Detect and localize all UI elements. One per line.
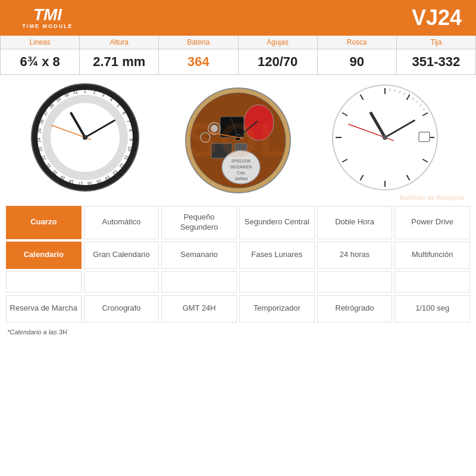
feature-pequeno-segundero: Pequeño Segundero — [161, 206, 237, 239]
svg-text:Cxis: Cxis — [237, 171, 245, 175]
feature-gran-calendario: Gran Calendario — [84, 242, 159, 269]
spec-altura-header: Altura — [80, 36, 158, 49]
spec-agujas-value: 120/70 — [239, 49, 317, 74]
svg-point-51 — [211, 125, 218, 132]
feature-empty-6 — [394, 271, 470, 293]
svg-rect-78 — [419, 132, 430, 142]
feature-cronografo: Cronografo — [84, 295, 159, 322]
svg-text:9: 9 — [129, 139, 133, 141]
spec-lineas: Lineas 6¾ x 8 — [1, 36, 80, 74]
svg-point-41 — [244, 105, 274, 140]
feature-24horas: 24 horas — [317, 242, 393, 269]
feature-power-drive: Power Drive — [394, 206, 470, 239]
svg-text:SEIZAIKEN: SEIZAIKEN — [230, 165, 252, 169]
svg-line-70 — [390, 88, 390, 91]
svg-text:17: 17 — [78, 181, 83, 186]
feature-calendario: Calendario — [6, 242, 82, 269]
feature-empty-2 — [84, 271, 159, 293]
spec-rosca-value: 90 — [318, 49, 396, 74]
svg-text:JAPAN: JAPAN — [234, 177, 248, 181]
logo-area: TMI TIME MODULE — [0, 0, 95, 36]
feature-cuarzo: Cuarzo — [6, 206, 82, 239]
svg-text:16: 16 — [87, 181, 93, 186]
logo-subtitle: TIME MODULE — [23, 23, 73, 29]
logo-tmt: TMI — [23, 7, 73, 23]
spec-altura-value: 2.71 mm — [80, 49, 158, 74]
feature-temporizador: Temporizador — [239, 295, 315, 322]
feature-empty-4 — [239, 271, 315, 293]
model-area: VJ24 — [95, 0, 476, 36]
spec-bateria-value: 364 — [159, 49, 237, 74]
feature-gmt: GMT 24H — [161, 295, 237, 322]
features-row-1: Cuarzo Automático Pequeño Segundero Segu… — [6, 206, 470, 239]
feature-empty-5 — [317, 271, 393, 293]
svg-text:25: 25 — [37, 128, 42, 133]
svg-point-82 — [383, 135, 387, 140]
clock-face-image — [328, 81, 447, 200]
feature-fases-lunares: Fases Lunares — [239, 242, 315, 269]
svg-text:SP621SW: SP621SW — [231, 159, 251, 163]
feature-automatico: Automático — [84, 206, 159, 239]
feature-retrogrado: Retrógrado — [317, 295, 393, 322]
spec-tija: Tija 351-332 — [397, 36, 475, 74]
spec-lineas-value: 6¾ x 8 — [1, 49, 79, 74]
spec-tija-value: 351-332 — [397, 49, 475, 74]
spec-rosca: Rosca 90 — [318, 36, 397, 74]
feature-segundero-central: Segundero Central — [239, 206, 315, 239]
feature-empty-1 — [6, 271, 82, 293]
svg-point-38 — [83, 135, 87, 140]
features-row-4: Reserva de Marcha Cronografo GMT 24H Tem… — [6, 295, 470, 322]
spec-agujas: Agujas 120/70 — [239, 36, 318, 74]
header: TMI TIME MODULE VJ24 — [0, 0, 476, 36]
spec-lineas-header: Lineas — [1, 36, 79, 49]
feature-1-100-seg: 1/100 seg — [394, 295, 470, 322]
footer-note: *Calendario a las 3H — [0, 325, 476, 339]
svg-text:24: 24 — [37, 137, 41, 142]
feature-empty-3 — [161, 271, 237, 293]
spec-bateria: Bateria 364 — [159, 36, 238, 74]
spec-tija-header: Tija — [397, 36, 475, 49]
model-title: VJ24 — [412, 5, 462, 30]
feature-doble-hora: Doble Hora — [317, 206, 393, 239]
feature-reserva-marcha: Reserva de Marcha — [6, 295, 82, 322]
spec-bateria-header: Bateria — [159, 36, 237, 49]
feature-multifuncion: Multifunción — [394, 242, 470, 269]
spec-agujas-header: Agujas — [239, 36, 317, 49]
spec-rosca-header: Rosca — [318, 36, 396, 49]
features-row-3 — [6, 271, 470, 293]
svg-text:1: 1 — [84, 89, 86, 93]
features-row-2: Calendario Gran Calendario Semanario Fas… — [6, 242, 470, 269]
feature-semanario: Semanario — [161, 242, 237, 269]
movement-image: SP621SW SEIZAIKEN Cxis JAPAN — [181, 84, 295, 197]
date-watch-image: 1 2 3 4 5 6 7 8 9 10 11 12 13 14 15 16 1… — [29, 81, 148, 200]
images-row: SOL 1 2 3 4 5 6 7 8 9 10 11 — [0, 75, 476, 206]
specs-table: Lineas 6¾ x 8 Altura 2.71 mm Bateria 364… — [0, 36, 476, 75]
spec-altura: Altura 2.71 mm — [80, 36, 159, 74]
features-section: Cuarzo Automático Pequeño Segundero Segu… — [0, 206, 476, 322]
